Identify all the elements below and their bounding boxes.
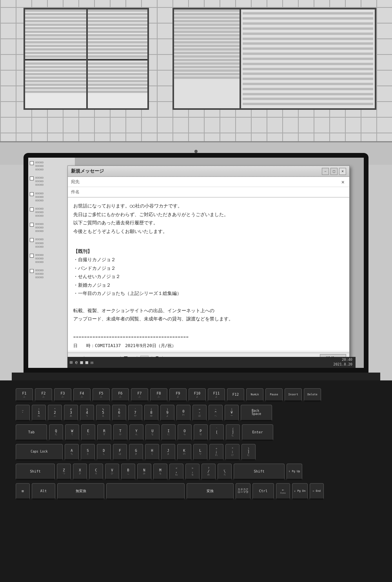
key-semicolon[interactable]: +;れ xyxy=(209,444,223,460)
key-muhenkan[interactable]: 無変換 xyxy=(57,483,104,500)
key-y[interactable]: Yん xyxy=(129,424,143,441)
key-f4[interactable]: F4ふ xyxy=(73,388,91,402)
key-pgup[interactable]: ↑ Pg Up xyxy=(287,464,302,480)
key-colon[interactable]: *:け xyxy=(225,444,240,460)
key-x[interactable]: Xさ xyxy=(73,464,87,480)
key-ctrl-right[interactable]: Ctrl xyxy=(252,483,274,500)
key-w[interactable]: Wて xyxy=(65,424,79,441)
key-pause[interactable]: Pause xyxy=(265,388,283,402)
key-f1[interactable]: F1ふ xyxy=(16,388,33,402)
taskbar-folder-icon[interactable]: ■ xyxy=(80,360,83,365)
key-s[interactable]: Sと xyxy=(81,444,95,460)
key-henkan[interactable]: 変換 xyxy=(187,483,234,500)
key-u[interactable]: Uな xyxy=(145,424,160,441)
key-end[interactable]: → End xyxy=(310,483,324,500)
key-rbracket[interactable]: {]む xyxy=(226,424,240,441)
key-c[interactable]: Cそ xyxy=(89,464,103,480)
key-t[interactable]: Tか xyxy=(113,424,127,441)
key-h[interactable]: Hく xyxy=(145,444,159,460)
key-tab[interactable]: Tab xyxy=(16,424,47,441)
key-space[interactable] xyxy=(106,483,185,500)
key-minus[interactable]: =-ほ xyxy=(192,405,207,421)
key-n[interactable]: Nみ xyxy=(137,464,151,480)
taskbar-start-icon[interactable]: ⊞ xyxy=(70,360,73,365)
key-numlk[interactable]: NumLk xyxy=(246,388,263,402)
key-arrow-left[interactable]: ←Home xyxy=(276,483,290,500)
checkbox[interactable] xyxy=(30,269,34,273)
taskbar-email-icon[interactable]: e xyxy=(75,360,78,365)
key-f3[interactable]: F3ふ xyxy=(54,388,71,402)
key-l[interactable]: Lり xyxy=(193,444,207,460)
key-backslash[interactable]: }]む xyxy=(241,444,256,460)
checkbox[interactable] xyxy=(30,254,34,258)
key-3[interactable]: #3あ xyxy=(64,405,78,421)
checkbox[interactable] xyxy=(30,223,34,227)
key-slash[interactable]: ?/め xyxy=(201,464,216,480)
key-f9[interactable]: F9よ xyxy=(169,388,187,402)
key-insert[interactable]: Insert xyxy=(285,388,302,402)
key-comma[interactable]: <,ね xyxy=(169,464,183,480)
key-4[interactable]: $4う xyxy=(80,405,94,421)
key-tilde[interactable]: ~` xyxy=(16,405,30,421)
key-b[interactable]: Bこ xyxy=(121,464,135,480)
key-a[interactable]: Aち xyxy=(65,444,79,460)
key-q[interactable]: Qた xyxy=(49,424,63,441)
key-f6[interactable]: F6ふ xyxy=(112,388,129,402)
taskbar-mail-icon[interactable]: ✉ xyxy=(91,360,93,365)
checkbox[interactable] xyxy=(30,192,34,196)
key-delete[interactable]: Delete xyxy=(304,388,321,402)
key-8[interactable]: (8ゆ xyxy=(144,405,158,421)
key-windows[interactable]: ⊞ xyxy=(16,483,30,500)
key-r[interactable]: Rす xyxy=(97,424,111,441)
key-katakana[interactable]: カタカナローマ字 xyxy=(236,483,250,500)
key-k[interactable]: Kの xyxy=(177,444,191,460)
key-shift-right[interactable]: Shift xyxy=(234,464,285,480)
key-period[interactable]: >.る xyxy=(185,464,200,480)
key-f5[interactable]: F5ふ xyxy=(93,388,110,402)
key-2[interactable]: "2ふ xyxy=(48,405,62,421)
key-yen[interactable]: |¥ー xyxy=(225,405,239,421)
key-f2[interactable]: F2ふ xyxy=(35,388,52,402)
close-button[interactable]: × xyxy=(339,168,346,175)
key-arrow-down-pgdn[interactable]: ↓ Pg Dn xyxy=(292,483,308,500)
to-close-button[interactable]: × xyxy=(340,179,346,185)
taskbar-browser-icon[interactable]: ■ xyxy=(85,360,88,365)
maximize-button[interactable]: □ xyxy=(330,168,338,175)
key-f[interactable]: Fは xyxy=(113,444,127,460)
compose-body[interactable]: お世話になっております。○○社の小谷ワカナです。 先日はご多忙にもかかわらず、ご… xyxy=(68,198,349,351)
key-g[interactable]: Gき xyxy=(129,444,143,460)
key-7[interactable]: '7や xyxy=(128,405,142,421)
key-0[interactable]: 0わ xyxy=(176,405,191,421)
key-9[interactable]: )9よ xyxy=(160,405,174,421)
key-equals[interactable]: ~^へ xyxy=(209,405,223,421)
key-backspace[interactable]: BackSpace xyxy=(241,405,272,421)
key-j[interactable]: Jま xyxy=(161,444,175,460)
key-f8[interactable]: F8ふ xyxy=(150,388,167,402)
key-e[interactable]: Eい xyxy=(81,424,95,441)
checkbox[interactable] xyxy=(30,176,34,180)
key-caps[interactable]: Caps Lock xyxy=(16,444,63,460)
key-v[interactable]: Vひ xyxy=(105,464,119,480)
key-5[interactable]: %5え xyxy=(96,405,110,421)
checkbox[interactable] xyxy=(30,161,34,165)
key-f7[interactable]: F7ふ xyxy=(131,388,148,402)
key-1[interactable]: !1ぬ xyxy=(32,405,46,421)
key-f11[interactable]: F11よ xyxy=(208,388,225,402)
minimize-button[interactable]: － xyxy=(322,168,329,175)
checkbox[interactable] xyxy=(30,238,34,242)
checkbox[interactable] xyxy=(30,207,34,211)
key-alt[interactable]: Alt xyxy=(32,483,55,500)
key-o[interactable]: Oら xyxy=(178,424,192,441)
key-f12[interactable]: F12 xyxy=(227,388,244,402)
key-p[interactable]: Pせ xyxy=(194,424,208,441)
key-d[interactable]: Dし xyxy=(97,444,111,460)
key-i[interactable]: Iに xyxy=(162,424,176,441)
key-m[interactable]: Mも xyxy=(153,464,167,480)
key-lbracket[interactable]: `[゛ xyxy=(210,424,224,441)
key-z[interactable]: Zつ xyxy=(57,464,71,480)
key-enter[interactable]: Enter xyxy=(242,424,273,441)
key-6[interactable]: &6お xyxy=(112,405,126,421)
key-ro[interactable]: _\ろ xyxy=(218,464,232,480)
key-f10[interactable]: F10よ xyxy=(189,388,206,402)
key-shift-left[interactable]: Shift xyxy=(16,464,55,480)
